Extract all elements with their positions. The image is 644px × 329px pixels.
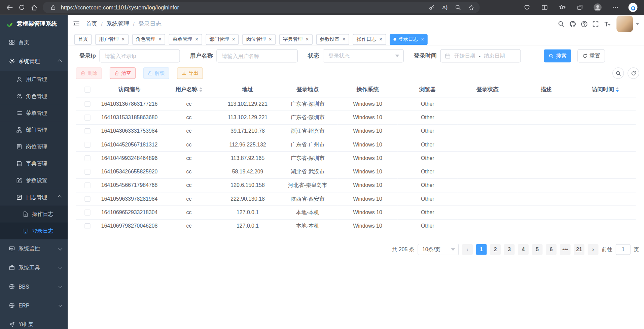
zoom-out-icon[interactable]: [453, 2, 463, 13]
page-button-1[interactable]: 1: [476, 244, 487, 255]
table-row[interactable]: 1641043063331753984 cc 39.171.210.78 浙江省…: [76, 124, 636, 138]
status-select[interactable]: 登录状态: [323, 49, 404, 62]
browser-essentials-icon[interactable]: [521, 1, 533, 14]
more-menu-icon[interactable]: [609, 1, 621, 14]
address-bar[interactable]: https://ccnetcore.com:1101/system/log/lo…: [43, 2, 480, 13]
split-screen-icon[interactable]: [538, 1, 551, 14]
close-icon[interactable]: ×: [158, 37, 162, 42]
help-icon[interactable]: [579, 19, 589, 29]
refresh-table-button[interactable]: [628, 67, 639, 79]
show-search-button[interactable]: [612, 67, 624, 79]
github-icon[interactable]: [567, 19, 578, 29]
col-username[interactable]: 用户名称: [160, 82, 218, 97]
sidebar-item-log-mgmt[interactable]: 日志管理: [0, 189, 68, 205]
sidebar-item-menu-mgmt[interactable]: 菜单管理: [0, 104, 68, 121]
prev-page-button[interactable]: ‹: [462, 244, 473, 255]
table-row[interactable]: 1641059633978281984 cc 222.90.130.18 陕西省…: [76, 192, 636, 205]
refresh-button[interactable]: [15, 1, 28, 14]
tab-user-mgmt[interactable]: 用户管理×: [95, 34, 128, 45]
sidebar-item-oper-log[interactable]: 操作日志: [0, 205, 68, 222]
export-button[interactable]: 导出: [177, 67, 203, 79]
row-checkbox[interactable]: [84, 183, 90, 188]
page-size-select[interactable]: 10条/页: [418, 243, 459, 255]
sidebar-item-yi-framework[interactable]: Yi框架: [0, 315, 68, 329]
sidebar-item-login-log[interactable]: 登录日志: [0, 222, 68, 239]
close-icon[interactable]: ×: [306, 37, 309, 42]
sidebar-item-system-tools[interactable]: 系统工具: [0, 258, 68, 277]
sidebar-item-system-monitor[interactable]: 系统监控: [0, 239, 68, 258]
date-range-picker[interactable]: 开始日期 - 结束日期: [440, 49, 521, 62]
close-icon[interactable]: ×: [269, 37, 272, 42]
table-row[interactable]: 1641069652933218304 cc 127.0.0.1 本地-本机 W…: [76, 205, 636, 219]
sidebar-item-role-mgmt[interactable]: 角色管理: [0, 88, 68, 104]
table-row[interactable]: 1641044993248464896 cc 113.87.92.165 广东省…: [76, 151, 636, 165]
username-input[interactable]: [217, 49, 298, 62]
row-checkbox[interactable]: [84, 223, 90, 229]
row-checkbox[interactable]: [84, 196, 90, 202]
next-page-button[interactable]: ›: [588, 244, 599, 255]
table-row[interactable]: 1641053426655825920 cc 58.19.42.209 湖北省-…: [76, 165, 636, 178]
tab-login-log[interactable]: 登录日志×: [390, 34, 428, 45]
sidebar-fold-icon[interactable]: [73, 20, 80, 28]
table-row[interactable]: 1641054566717984768 cc 120.6.150.158 河北省…: [76, 178, 636, 192]
row-checkbox[interactable]: [84, 156, 90, 161]
sidebar-item-user-mgmt[interactable]: 用户管理: [0, 71, 68, 88]
breadcrumb-home[interactable]: 首页: [86, 20, 97, 28]
tab-role-mgmt[interactable]: 角色管理×: [132, 34, 165, 45]
end-date-placeholder[interactable]: 结束日期: [484, 52, 505, 60]
favorites-bar-icon[interactable]: [556, 1, 569, 14]
sidebar-item-bbs[interactable]: BBS: [0, 277, 68, 296]
close-icon[interactable]: ×: [121, 37, 124, 42]
tab-home[interactable]: 首页: [74, 34, 92, 45]
search-button[interactable]: 搜索: [544, 49, 572, 62]
row-checkbox[interactable]: [84, 169, 90, 175]
goto-page-input[interactable]: [616, 244, 631, 255]
user-avatar[interactable]: [616, 15, 633, 32]
site-info-lock-icon[interactable]: [48, 2, 59, 13]
start-date-placeholder[interactable]: 开始日期: [454, 52, 475, 60]
font-size-icon[interactable]: [602, 19, 612, 29]
bing-discover-icon[interactable]: [627, 1, 639, 14]
tab-oper-log[interactable]: 操作日志×: [353, 34, 386, 45]
page-button-last[interactable]: 21: [574, 244, 584, 255]
table-row[interactable]: 1641044520567181312 cc 112.96.225.132 广东…: [76, 138, 636, 151]
close-icon[interactable]: ×: [232, 37, 235, 42]
sidebar-item-param-settings[interactable]: 参数设置: [0, 172, 68, 189]
tab-dict-mgmt[interactable]: 字典管理×: [279, 34, 312, 45]
sidebar-item-post-mgmt[interactable]: 岗位管理: [0, 138, 68, 155]
row-checkbox[interactable]: [84, 210, 90, 216]
tab-post-mgmt[interactable]: 岗位管理×: [243, 34, 276, 45]
collections-icon[interactable]: [574, 1, 586, 14]
password-key-icon[interactable]: [426, 2, 437, 13]
select-all-checkbox[interactable]: [84, 87, 90, 93]
browser-profile-avatar[interactable]: [592, 1, 604, 14]
sidebar-item-erp[interactable]: ERP: [0, 296, 68, 315]
tab-param-settings[interactable]: 参数设置×: [316, 34, 349, 45]
sidebar-item-dept-mgmt[interactable]: 部门管理: [0, 121, 68, 138]
clear-button[interactable]: 清空: [110, 67, 136, 79]
avatar-caret-down-icon[interactable]: [636, 23, 639, 25]
row-checkbox[interactable]: [84, 101, 90, 107]
page-button-5[interactable]: 5: [532, 244, 543, 255]
more-pages-button[interactable]: •••: [560, 244, 571, 255]
fullscreen-icon[interactable]: [590, 19, 601, 29]
close-icon[interactable]: ×: [379, 37, 382, 42]
page-button-3[interactable]: 3: [504, 244, 515, 255]
sidebar-item-dict-mgmt[interactable]: 字典管理: [0, 155, 68, 172]
tab-dept-mgmt[interactable]: 部门管理×: [206, 34, 239, 45]
back-button[interactable]: [3, 1, 16, 14]
table-row[interactable]: 1641031367863177216 cc 113.102.129.221 广…: [76, 97, 636, 110]
sort-icons[interactable]: [616, 87, 619, 92]
page-button-4[interactable]: 4: [518, 244, 529, 255]
sidebar-item-home[interactable]: 首页: [0, 33, 68, 52]
row-checkbox[interactable]: [84, 128, 90, 134]
read-aloud-icon[interactable]: A): [439, 2, 450, 13]
url-text[interactable]: https://ccnetcore.com:1101/system/log/lo…: [61, 4, 424, 10]
close-icon[interactable]: ×: [343, 37, 346, 42]
page-button-6[interactable]: 6: [546, 244, 557, 255]
sidebar-item-system-mgmt[interactable]: 系统管理: [0, 52, 68, 71]
page-button-2[interactable]: 2: [490, 244, 501, 255]
tab-menu-mgmt[interactable]: 菜单管理×: [169, 34, 202, 45]
row-checkbox[interactable]: [84, 115, 90, 121]
table-row[interactable]: 1641069798270046208 cc 127.0.0.1 本地-本机 W…: [76, 219, 636, 233]
